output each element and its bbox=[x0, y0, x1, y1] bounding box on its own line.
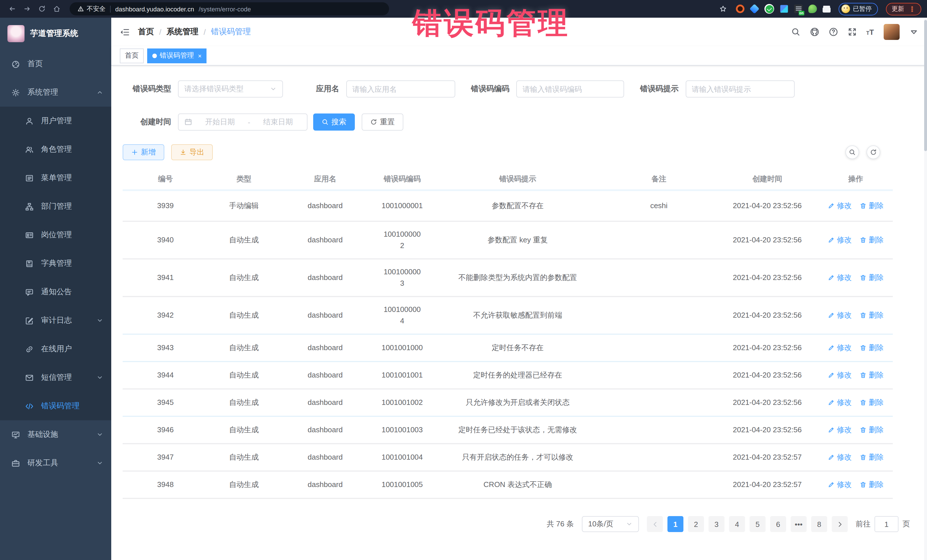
page-button-5[interactable]: 5 bbox=[749, 516, 766, 532]
breadcrumb-home[interactable]: 首页 bbox=[138, 27, 154, 37]
add-button[interactable]: 新增 bbox=[123, 144, 164, 160]
tab-label: 首页 bbox=[125, 51, 138, 61]
delete-button[interactable]: 删除 bbox=[860, 272, 884, 284]
delete-button[interactable]: 删除 bbox=[860, 452, 884, 463]
sidebar-item-通知公告[interactable]: 通知公告 bbox=[0, 278, 111, 306]
page-ellipsis[interactable]: ••• bbox=[791, 516, 807, 532]
cell-code: 1001001001 bbox=[371, 370, 433, 381]
sidebar-item-短信管理[interactable]: 短信管理 bbox=[0, 363, 111, 392]
sidebar-item-菜单管理[interactable]: 菜单管理 bbox=[0, 164, 111, 192]
kebab-menu-icon[interactable] bbox=[909, 5, 916, 12]
edit-button[interactable]: 修改 bbox=[828, 310, 852, 321]
sidebar-item-审计日志[interactable]: 审计日志 bbox=[0, 306, 111, 335]
export-button[interactable]: 导出 bbox=[171, 144, 213, 160]
delete-button[interactable]: 删除 bbox=[860, 342, 884, 354]
fullscreen-icon[interactable] bbox=[847, 27, 857, 36]
sidebar-item-在线用户[interactable]: 在线用户 bbox=[0, 335, 111, 363]
edit-button[interactable]: 修改 bbox=[828, 234, 852, 246]
extension-green-check-icon[interactable] bbox=[764, 4, 774, 14]
delete-button[interactable]: 删除 bbox=[860, 397, 884, 408]
prev-page-button[interactable] bbox=[647, 516, 663, 532]
browser-back-icon[interactable] bbox=[6, 3, 18, 15]
edit-button[interactable]: 修改 bbox=[828, 424, 852, 436]
browser-forward-icon[interactable] bbox=[21, 3, 33, 15]
breadcrumb-system[interactable]: 系统管理 bbox=[167, 27, 199, 37]
cell-type: 自动生成 bbox=[208, 342, 280, 354]
help-icon[interactable] bbox=[828, 27, 838, 36]
cell-id: 3943 bbox=[123, 342, 208, 354]
cell-actions: 修改删除 bbox=[819, 234, 893, 246]
github-icon[interactable] bbox=[810, 27, 819, 36]
bookmark-star-icon[interactable] bbox=[716, 3, 729, 15]
reset-button[interactable]: 重置 bbox=[362, 114, 403, 131]
browser-reload-icon[interactable] bbox=[35, 3, 48, 15]
delete-button[interactable]: 删除 bbox=[860, 310, 884, 321]
toggle-search-button[interactable] bbox=[845, 146, 859, 159]
page-size-select[interactable]: 10条/页 bbox=[582, 516, 639, 532]
page-button-8[interactable]: 8 bbox=[811, 516, 827, 532]
sidebar-item-用户管理[interactable]: 用户管理 bbox=[0, 107, 111, 135]
refresh-table-button[interactable] bbox=[866, 146, 880, 159]
chevron-down-icon[interactable] bbox=[909, 27, 918, 36]
sidebar-item-基础设施[interactable]: 基础设施 bbox=[0, 420, 111, 449]
error-type-select[interactable]: 请选择错误码类型 bbox=[178, 80, 283, 97]
edit-button[interactable]: 修改 bbox=[828, 200, 852, 212]
delete-label: 删除 bbox=[869, 452, 884, 463]
sidebar-item-系统管理[interactable]: 系统管理 bbox=[0, 78, 111, 107]
tab-首页[interactable]: 首页 bbox=[120, 48, 144, 63]
hamburger-icon[interactable] bbox=[120, 27, 129, 37]
delete-button[interactable]: 删除 bbox=[860, 424, 884, 436]
sidebar-item-岗位管理[interactable]: 岗位管理 bbox=[0, 221, 111, 249]
date-range-picker[interactable]: 开始日期 - 结束日期 bbox=[178, 114, 307, 131]
search-button[interactable]: 搜索 bbox=[313, 114, 355, 131]
extension-puzzle-icon[interactable] bbox=[823, 7, 831, 12]
page-button-3[interactable]: 3 bbox=[708, 516, 725, 532]
page-button-6[interactable]: 6 bbox=[770, 516, 786, 532]
extension-blue-cubes-icon[interactable] bbox=[780, 5, 788, 13]
delete-button[interactable]: 删除 bbox=[860, 479, 884, 490]
sidebar-logo-row[interactable]: 芋道管理系统 bbox=[0, 18, 111, 50]
address-bar[interactable]: 不安全 dashboard.yudao.iocoder.cn/system/er… bbox=[70, 2, 389, 15]
browser-update-button[interactable]: 更新 bbox=[886, 3, 921, 15]
error-code-input[interactable] bbox=[523, 85, 618, 93]
profile-paused-badge[interactable]: 已暂停 bbox=[839, 3, 878, 15]
delete-trash-icon bbox=[860, 202, 866, 209]
scrollbar-thumb[interactable] bbox=[924, 20, 927, 151]
tab-close-icon[interactable]: × bbox=[198, 52, 202, 59]
sidebar-item-部门管理[interactable]: 部门管理 bbox=[0, 192, 111, 221]
cell-time: 2021-04-20 23:52:56 bbox=[716, 397, 819, 408]
delete-button[interactable]: 删除 bbox=[860, 200, 884, 212]
delete-button[interactable]: 删除 bbox=[860, 234, 884, 246]
sidebar-item-角色管理[interactable]: 角色管理 bbox=[0, 135, 111, 164]
sidebar-item-研发工具[interactable]: 研发工具 bbox=[0, 449, 111, 477]
font-size-icon[interactable]: TT bbox=[866, 28, 874, 36]
sidebar-item-错误码管理[interactable]: 错误码管理 bbox=[0, 392, 111, 420]
page-scrollbar[interactable] bbox=[924, 18, 927, 560]
app-name-input[interactable] bbox=[352, 85, 449, 93]
sidebar-item-首页[interactable]: 首页 bbox=[0, 50, 111, 78]
page-button-2[interactable]: 2 bbox=[688, 516, 704, 532]
edit-button[interactable]: 修改 bbox=[828, 370, 852, 381]
extension-switch-on-icon[interactable] bbox=[794, 5, 802, 13]
extension-orange-ring-icon[interactable] bbox=[736, 5, 745, 13]
goto-page-input[interactable] bbox=[874, 516, 898, 532]
search-icon[interactable] bbox=[791, 27, 800, 36]
browser-home-icon[interactable] bbox=[50, 3, 63, 15]
delete-button[interactable]: 删除 bbox=[860, 370, 884, 381]
page-button-4[interactable]: 4 bbox=[729, 516, 745, 532]
edit-button[interactable]: 修改 bbox=[828, 397, 852, 408]
edit-button[interactable]: 修改 bbox=[828, 272, 852, 284]
tab-错误码管理[interactable]: 错误码管理× bbox=[147, 48, 207, 63]
insecure-badge[interactable]: 不安全 bbox=[78, 5, 106, 13]
extension-blue-gem-icon[interactable] bbox=[749, 4, 760, 14]
page-button-1[interactable]: 1 bbox=[667, 516, 684, 532]
cell-time: 2021-04-20 23:52:57 bbox=[716, 452, 819, 463]
edit-button[interactable]: 修改 bbox=[828, 342, 852, 354]
edit-button[interactable]: 修改 bbox=[828, 452, 852, 463]
error-msg-input[interactable] bbox=[692, 85, 788, 93]
next-page-button[interactable] bbox=[832, 516, 848, 532]
extension-green-rocket-icon[interactable] bbox=[808, 5, 817, 13]
avatar[interactable] bbox=[884, 24, 900, 40]
sidebar-item-字典管理[interactable]: 字典管理 bbox=[0, 249, 111, 278]
edit-button[interactable]: 修改 bbox=[828, 479, 852, 490]
